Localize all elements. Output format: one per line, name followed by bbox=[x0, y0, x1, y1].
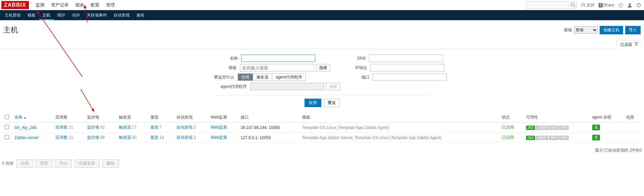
col-info: 信息 bbox=[623, 112, 642, 123]
table-row: Zabbix server 应用集11 监控项88 触发器50 图形14 自动发… bbox=[2, 133, 642, 143]
logo[interactable]: ZABBIX bbox=[1, 1, 29, 9]
seg-proxy[interactable]: agent代理程序 bbox=[272, 74, 305, 80]
row-checkbox[interactable] bbox=[5, 125, 9, 129]
encryption-badge: 无 bbox=[592, 125, 600, 130]
filter-monitor-segment: 任何 服务器 agent代理程序 bbox=[238, 73, 306, 81]
import-button[interactable]: 导入 bbox=[625, 26, 641, 34]
create-host-button[interactable]: 创建主机 bbox=[600, 26, 623, 34]
filter-proxy-label: agent代理程序 bbox=[210, 84, 250, 90]
filter-template-select-button[interactable]: 选择 bbox=[316, 64, 330, 71]
info-cell bbox=[623, 123, 642, 133]
support-link[interactable]: 支持 bbox=[581, 2, 595, 8]
seg-any[interactable]: 任何 bbox=[238, 74, 253, 80]
filter-name-label: 名称 bbox=[201, 56, 241, 61]
col-web[interactable]: Web监测 bbox=[208, 112, 238, 123]
web-link[interactable]: Web监测 bbox=[211, 125, 227, 130]
col-interface[interactable]: 接口 bbox=[238, 112, 299, 123]
share-label: Share bbox=[603, 3, 614, 7]
subnav-hosts[interactable]: 主机 bbox=[39, 10, 54, 20]
discovery-link[interactable]: 自动发现 bbox=[176, 135, 193, 140]
availability-cell: ZBX SNMP JMX IPMI bbox=[526, 126, 569, 130]
enable-button[interactable]: 启用 bbox=[16, 159, 33, 168]
selected-count: 0 选择 bbox=[2, 161, 13, 166]
apps-link[interactable]: 应用集 bbox=[55, 135, 68, 140]
seg-server[interactable]: 服务器 bbox=[253, 74, 272, 80]
search-input[interactable] bbox=[526, 1, 577, 9]
disable-button[interactable]: 禁用 bbox=[36, 159, 52, 168]
filter-dns-label: DNS bbox=[342, 56, 369, 61]
triggers-link[interactable]: 触发器 bbox=[119, 135, 131, 140]
items-link[interactable]: 监控项 bbox=[87, 125, 99, 130]
topmenu-inventory[interactable]: 资产记录 bbox=[48, 0, 72, 10]
delete-button[interactable]: 删除 bbox=[102, 159, 119, 168]
select-all-checkbox[interactable] bbox=[5, 115, 9, 119]
topmenu-monitoring[interactable]: 监测 bbox=[32, 0, 48, 10]
group-select[interactable]: 所有 bbox=[574, 26, 598, 34]
col-templates[interactable]: 模板 bbox=[299, 112, 499, 123]
share-link[interactable]: Z Share bbox=[599, 3, 614, 7]
search-wrap bbox=[526, 1, 577, 9]
filter-apply-button[interactable]: 应用 bbox=[305, 99, 321, 107]
subnav-hostgroups[interactable]: 主机群组 bbox=[1, 10, 24, 20]
interface-cell: 127.0.0.1: 10050 bbox=[238, 133, 299, 143]
col-graphs[interactable]: 图形 bbox=[148, 112, 174, 123]
availability-cell: ZBX SNMP JMX IPMI bbox=[526, 136, 569, 140]
encryption-badge: 无 bbox=[592, 135, 600, 140]
subnav-actions[interactable]: 动作 bbox=[69, 10, 83, 20]
filter-tab[interactable]: 过滤器 bbox=[616, 40, 642, 49]
help-icon[interactable]: ? bbox=[618, 3, 623, 8]
subnav-templates[interactable]: 模板 bbox=[24, 10, 39, 20]
col-status[interactable]: 状态 bbox=[499, 112, 523, 123]
host-name-link[interactable]: Srt_Aly_244 bbox=[14, 125, 36, 130]
subnav-services[interactable]: 服务 bbox=[133, 10, 148, 20]
search-icon[interactable] bbox=[570, 2, 575, 8]
graphs-link[interactable]: 图形 bbox=[151, 135, 159, 140]
filter-reset-button[interactable]: 重设 bbox=[324, 99, 339, 107]
col-name[interactable]: 名称 ▲ bbox=[14, 115, 27, 120]
apps-link[interactable]: 应用集 bbox=[55, 125, 68, 130]
col-apps[interactable]: 应用集 bbox=[53, 112, 84, 123]
support-label: 支持 bbox=[587, 2, 595, 8]
page-title: 主机 bbox=[3, 25, 18, 35]
filter-name-input[interactable] bbox=[241, 55, 315, 62]
filter-monitor-label: 要监控什么 bbox=[197, 74, 238, 80]
filter-ip-input[interactable] bbox=[370, 64, 444, 71]
export-button[interactable]: 导出 bbox=[55, 159, 72, 168]
topmenu-reports[interactable]: 报表 bbox=[72, 0, 87, 10]
filter-ip-label: IP地址 bbox=[344, 65, 370, 71]
status-link[interactable]: 已启用 bbox=[502, 135, 514, 140]
svg-point-0 bbox=[571, 3, 574, 6]
row-checkbox[interactable] bbox=[5, 135, 9, 139]
status-link[interactable]: 已启用 bbox=[502, 125, 514, 130]
mass-update-button[interactable]: 批量更新 bbox=[75, 159, 99, 168]
topmenu-configuration[interactable]: 配置 bbox=[87, 0, 103, 10]
subnav-correlation[interactable]: 关联项事件 bbox=[83, 10, 110, 20]
filter-template-label: 模板 bbox=[200, 65, 240, 71]
col-items[interactable]: 监控项 bbox=[84, 112, 116, 123]
filter-template-input[interactable] bbox=[240, 64, 314, 71]
host-name-link[interactable]: Zabbix server bbox=[14, 135, 39, 140]
filter-dns-input[interactable] bbox=[369, 55, 443, 62]
interface-cell: 39.107.68.244: 10050 bbox=[238, 123, 299, 133]
web-link[interactable]: Web监测 bbox=[211, 135, 227, 140]
discovery-link[interactable]: 自动发现 bbox=[176, 125, 193, 130]
col-discovery[interactable]: 自动发现 bbox=[174, 112, 208, 123]
templates-cell: Template App Zabbix Server, Template OS … bbox=[299, 133, 499, 143]
graphs-link[interactable]: 图形 bbox=[151, 125, 159, 130]
filter-icon bbox=[634, 42, 638, 47]
footer-summary: 显示 已自动发现的 2中的2 bbox=[0, 145, 644, 156]
items-link[interactable]: 监控项 bbox=[87, 135, 99, 140]
topmenu-administration[interactable]: 管理 bbox=[103, 0, 118, 10]
filter-proxy-input[interactable] bbox=[250, 83, 324, 90]
filter-port-label: 端口 bbox=[346, 74, 373, 80]
col-encryption: agent 加密 bbox=[590, 112, 623, 123]
col-triggers[interactable]: 触发器 bbox=[116, 112, 148, 123]
group-label: 群组 bbox=[564, 27, 572, 33]
top-menu: 监测 资产记录 报表 配置 管理 bbox=[32, 0, 118, 10]
power-icon[interactable] bbox=[636, 3, 641, 8]
subnav-discovery[interactable]: 自动发现 bbox=[110, 10, 133, 20]
user-icon[interactable] bbox=[627, 3, 632, 8]
triggers-link[interactable]: 触发器 bbox=[119, 125, 131, 130]
filter-port-input[interactable] bbox=[373, 73, 447, 81]
subnav-maintenance[interactable]: 维护 bbox=[54, 10, 69, 20]
